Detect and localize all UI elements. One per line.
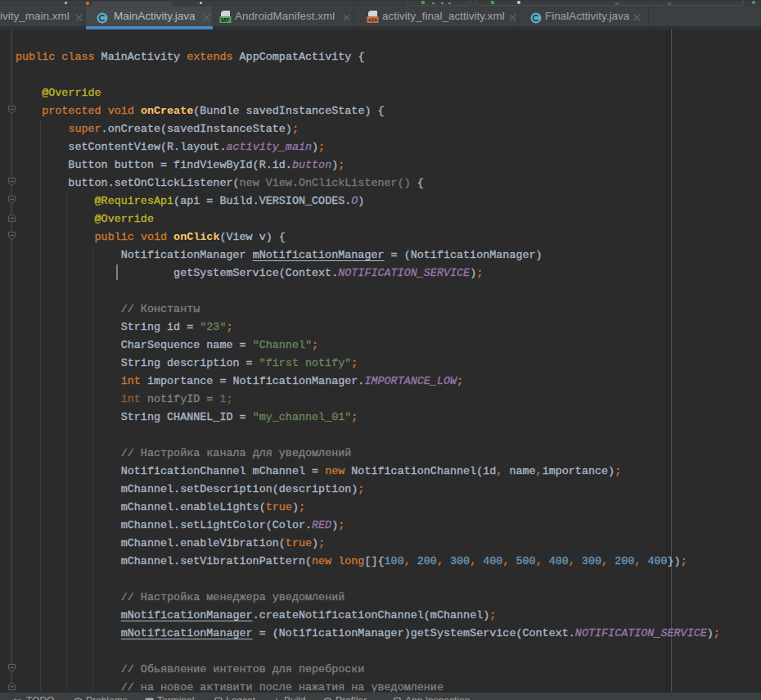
svg-text:</>: </> [368,16,377,24]
svg-text:MF: MF [221,16,230,24]
